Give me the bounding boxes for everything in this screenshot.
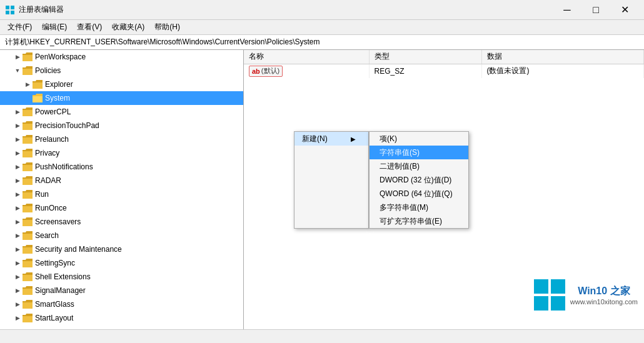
tree-item-precisiontouchpad[interactable]: ▶ PrecisionTouchPad — [0, 119, 243, 132]
folder-icon-precisiontouchpad — [23, 121, 33, 131]
tree-item-pushnotifications[interactable]: ▶ PushNotifications — [0, 160, 243, 174]
watermark-site: www.win10xitong.com — [570, 298, 638, 306]
expander-prelaunch: ▶ — [13, 134, 23, 144]
submenu: 项(K) 字符串值(S) 二进制值(B) DWORD (32 位)值(D) QW… — [369, 131, 469, 229]
submenu-arrow-icon: ▶ — [351, 136, 356, 142]
folder-icon-system — [33, 93, 43, 103]
col-header-name: 名称 — [244, 50, 369, 64]
context-menu-new[interactable]: 新建(N) ▶ — [294, 132, 368, 146]
default-badge: ab (默认) — [249, 66, 283, 77]
tree-item-prelaunch[interactable]: ▶ Prelaunch — [0, 132, 243, 146]
tree-label-screensavers: Screensavers — [35, 217, 81, 226]
tree-item-system[interactable]: System — [0, 91, 243, 105]
tree-item-runonce[interactable]: ▶ RunOnce — [0, 201, 243, 215]
tree-item-policies[interactable]: ▼ Policies — [0, 64, 243, 77]
title-bar: 注册表编辑器 ─ □ ✕ — [0, 0, 644, 20]
expander-powercpl: ▶ — [13, 107, 23, 117]
watermark-text: Win10 之家 www.win10xitong.com — [570, 285, 638, 306]
context-menu-container: 新建(N) ▶ 项(K) 字符串值(S) 二进制值(B) DWORD (32 位… — [294, 131, 469, 229]
submenu-item-qword[interactable]: QWORD (64 位)值(Q) — [370, 187, 468, 201]
expander-pushnotifications: ▶ — [13, 162, 23, 172]
folder-icon-search — [23, 231, 33, 241]
tree-item-startlayout[interactable]: ▶ StartLayout — [0, 311, 243, 325]
tree-label-run: Run — [35, 190, 49, 199]
tree-label-settingsync: SettingSync — [35, 259, 75, 267]
tree-item-settingsync[interactable]: ▶ SettingSync — [0, 256, 243, 270]
tree-label-penworkspace: PenWorkspace — [35, 52, 86, 61]
folder-icon-run — [23, 189, 33, 199]
tree-item-search[interactable]: ▶ Search — [0, 229, 243, 242]
tree-label-precisiontouchpad: PrecisionTouchPad — [35, 121, 99, 130]
submenu-item-key[interactable]: 项(K) — [370, 132, 468, 146]
expander-explorer: ▶ — [23, 79, 33, 89]
maximize-button[interactable]: □ — [581, 0, 610, 20]
folder-icon-securitymaintenance — [23, 244, 33, 254]
context-menu: 新建(N) ▶ — [294, 131, 369, 229]
tree-label-privacy: Privacy — [35, 149, 59, 157]
expander-system — [23, 93, 33, 103]
tree-label-pushnotifications: PushNotifications — [35, 162, 93, 171]
menu-edit[interactable]: 编辑(E) — [37, 20, 72, 34]
expander-precisiontouchpad: ▶ — [13, 121, 23, 131]
window-controls: ─ □ ✕ — [553, 0, 639, 20]
folder-icon-explorer — [33, 79, 43, 89]
close-button[interactable]: ✕ — [610, 0, 639, 20]
tree-label-search: Search — [35, 231, 59, 240]
expander-run: ▶ — [13, 189, 23, 199]
tree-label-startlayout: StartLayout — [35, 314, 73, 322]
app-icon — [5, 5, 15, 15]
tree-item-screensavers[interactable]: ▶ Screensavers — [0, 215, 243, 229]
tree-item-penworkspace[interactable]: ▶ PenWorkspace — [0, 50, 243, 64]
tree-item-run[interactable]: ▶ Run — [0, 187, 243, 201]
expander-shellextensions: ▶ — [13, 272, 23, 282]
reg-data-cell: (数值未设置) — [481, 64, 644, 78]
folder-icon-radar — [23, 176, 33, 186]
expander-search: ▶ — [13, 231, 23, 241]
tree-item-shellextensions[interactable]: ▶ Shell Extensions — [0, 270, 243, 284]
tree-label-runonce: RunOnce — [35, 204, 67, 212]
tree-label-prelaunch: Prelaunch — [35, 135, 69, 144]
menu-view[interactable]: 查看(V) — [72, 20, 107, 34]
expander-runonce: ▶ — [13, 203, 23, 213]
menu-file[interactable]: 文件(F) — [3, 20, 37, 34]
menu-favorites[interactable]: 收藏夹(A) — [107, 20, 149, 34]
folder-icon-pushnotifications — [23, 162, 33, 172]
folder-icon-policies — [23, 66, 33, 76]
folder-icon-screensavers — [23, 217, 33, 227]
submenu-item-binary[interactable]: 二进制值(B) — [370, 159, 468, 173]
win-logo-icon — [534, 279, 565, 311]
folder-icon-signalmanager — [23, 286, 33, 296]
tree-item-signalmanager[interactable]: ▶ SignalManager — [0, 284, 243, 297]
tree-item-smartglass[interactable]: ▶ SmartGlass — [0, 297, 243, 311]
expander-securitymaintenance: ▶ — [13, 244, 23, 254]
submenu-item-expandstring[interactable]: 可扩充字符串值(E) — [370, 214, 468, 228]
menu-help[interactable]: 帮助(H) — [149, 20, 185, 34]
tree-item-securitymaintenance[interactable]: ▶ Security and Maintenance — [0, 242, 243, 256]
expander-radar: ▶ — [13, 176, 23, 186]
watermark-brand: Win10 之家 — [570, 285, 638, 298]
submenu-item-multistring[interactable]: 多字符串值(M) — [370, 201, 468, 214]
tree-label-signalmanager: SignalManager — [35, 286, 86, 295]
tree-item-radar[interactable]: ▶ RADAR — [0, 174, 243, 187]
folder-icon-penworkspace — [23, 52, 33, 62]
tree-item-powercpl[interactable]: ▶ PowerCPL — [0, 105, 243, 119]
minimize-button[interactable]: ─ — [553, 0, 581, 20]
reg-name-cell: ab (默认) — [244, 64, 369, 78]
svg-rect-3 — [11, 11, 14, 14]
address-path: 计算机\HKEY_CURRENT_USER\Software\Microsoft… — [5, 37, 319, 47]
expander-signalmanager: ▶ — [13, 286, 23, 296]
folder-icon-runonce — [23, 203, 33, 213]
expander-smartglass: ▶ — [13, 299, 23, 309]
main-area: ▶ PenWorkspace ▼ Policies ▶ Explorer — [0, 50, 644, 329]
tree-panel[interactable]: ▶ PenWorkspace ▼ Policies ▶ Explorer — [0, 50, 244, 329]
svg-rect-5 — [551, 279, 565, 294]
submenu-item-dword[interactable]: DWORD (32 位)值(D) — [370, 173, 468, 187]
svg-rect-4 — [534, 279, 548, 294]
tree-item-privacy[interactable]: ▶ Privacy — [0, 146, 243, 160]
tree-label-smartglass: SmartGlass — [35, 300, 74, 309]
tree-item-explorer[interactable]: ▶ Explorer — [0, 77, 243, 91]
submenu-item-string[interactable]: 字符串值(S) — [370, 146, 468, 159]
table-row[interactable]: ab (默认) REG_SZ (数值未设置) — [244, 64, 644, 78]
svg-rect-7 — [551, 296, 565, 311]
tree-label-system: System — [45, 94, 70, 102]
